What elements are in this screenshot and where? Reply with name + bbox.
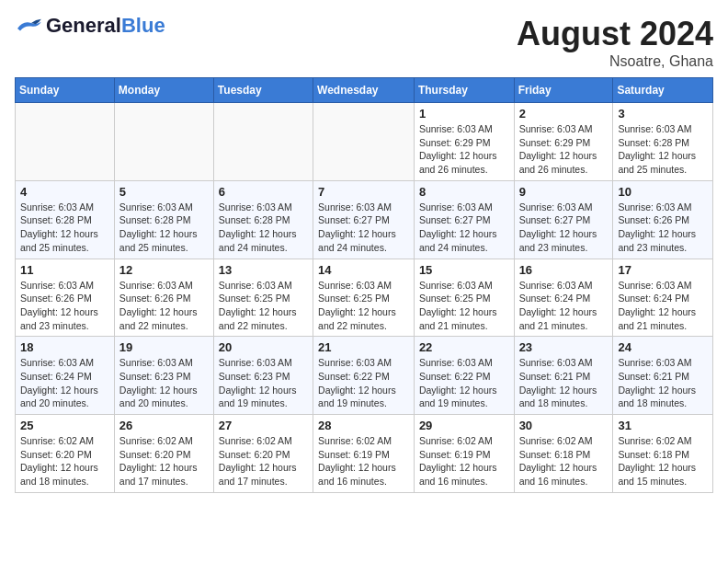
calendar-cell: 26Sunrise: 6:02 AM Sunset: 6:20 PM Dayli… — [114, 415, 213, 493]
calendar-cell: 2Sunrise: 6:03 AM Sunset: 6:29 PM Daylig… — [514, 103, 613, 181]
calendar-cell: 30Sunrise: 6:02 AM Sunset: 6:18 PM Dayli… — [514, 415, 613, 493]
day-info: Sunrise: 6:02 AM Sunset: 6:19 PM Dayligh… — [419, 434, 509, 488]
day-number: 8 — [419, 185, 509, 199]
day-number: 19 — [119, 340, 209, 354]
day-info: Sunrise: 6:03 AM Sunset: 6:29 PM Dayligh… — [519, 122, 609, 177]
day-number: 10 — [618, 185, 708, 199]
logo-text: GeneralBlue — [46, 15, 165, 37]
calendar-week-5: 25Sunrise: 6:02 AM Sunset: 6:20 PM Dayli… — [16, 415, 713, 493]
day-info: Sunrise: 6:03 AM Sunset: 6:22 PM Dayligh… — [318, 356, 409, 410]
calendar-cell: 14Sunrise: 6:03 AM Sunset: 6:25 PM Dayli… — [313, 259, 415, 337]
calendar-cell: 5Sunrise: 6:03 AM Sunset: 6:28 PM Daylig… — [114, 180, 213, 259]
calendar-cell: 10Sunrise: 6:03 AM Sunset: 6:26 PM Dayli… — [613, 180, 713, 259]
col-saturday: Saturday — [613, 78, 713, 103]
calendar-cell: 15Sunrise: 6:03 AM Sunset: 6:25 PM Dayli… — [414, 259, 514, 337]
day-number: 21 — [318, 340, 409, 354]
calendar-cell — [16, 103, 115, 181]
logo-icon — [15, 17, 42, 34]
calendar-cell: 1Sunrise: 6:03 AM Sunset: 6:29 PM Daylig… — [414, 103, 514, 181]
calendar-cell: 8Sunrise: 6:03 AM Sunset: 6:27 PM Daylig… — [414, 180, 514, 259]
day-number: 3 — [618, 107, 708, 121]
day-number: 27 — [219, 419, 308, 432]
day-number: 16 — [519, 263, 609, 277]
calendar-cell — [313, 103, 415, 181]
calendar-cell: 9Sunrise: 6:03 AM Sunset: 6:27 PM Daylig… — [514, 180, 613, 259]
day-info: Sunrise: 6:03 AM Sunset: 6:25 PM Dayligh… — [219, 279, 308, 333]
calendar-cell: 21Sunrise: 6:03 AM Sunset: 6:22 PM Dayli… — [313, 337, 415, 415]
page-header: GeneralBlue August 2024 Nsoatre, Ghana — [15, 15, 713, 70]
calendar-week-1: 1Sunrise: 6:03 AM Sunset: 6:29 PM Daylig… — [16, 103, 713, 181]
col-thursday: Thursday — [414, 78, 514, 103]
calendar-cell: 28Sunrise: 6:02 AM Sunset: 6:19 PM Dayli… — [313, 415, 415, 493]
calendar-week-2: 4Sunrise: 6:03 AM Sunset: 6:28 PM Daylig… — [16, 180, 713, 259]
day-info: Sunrise: 6:02 AM Sunset: 6:19 PM Dayligh… — [318, 434, 409, 488]
day-number: 11 — [20, 263, 109, 277]
calendar-cell: 16Sunrise: 6:03 AM Sunset: 6:24 PM Dayli… — [514, 259, 613, 337]
day-number: 17 — [618, 263, 708, 277]
calendar-cell: 24Sunrise: 6:03 AM Sunset: 6:21 PM Dayli… — [613, 337, 713, 415]
day-info: Sunrise: 6:03 AM Sunset: 6:29 PM Dayligh… — [419, 122, 509, 177]
calendar-cell: 25Sunrise: 6:02 AM Sunset: 6:20 PM Dayli… — [16, 415, 115, 493]
day-number: 4 — [20, 185, 109, 199]
col-monday: Monday — [114, 78, 213, 103]
day-info: Sunrise: 6:02 AM Sunset: 6:18 PM Dayligh… — [618, 434, 708, 488]
calendar-table: Sunday Monday Tuesday Wednesday Thursday… — [15, 77, 713, 493]
day-info: Sunrise: 6:03 AM Sunset: 6:22 PM Dayligh… — [419, 356, 509, 410]
col-tuesday: Tuesday — [213, 78, 313, 103]
calendar-cell: 19Sunrise: 6:03 AM Sunset: 6:23 PM Dayli… — [114, 337, 213, 415]
day-info: Sunrise: 6:03 AM Sunset: 6:26 PM Dayligh… — [20, 279, 109, 333]
day-number: 30 — [519, 419, 609, 432]
calendar-cell: 22Sunrise: 6:03 AM Sunset: 6:22 PM Dayli… — [414, 337, 514, 415]
day-info: Sunrise: 6:03 AM Sunset: 6:28 PM Dayligh… — [119, 201, 209, 255]
day-info: Sunrise: 6:03 AM Sunset: 6:27 PM Dayligh… — [419, 201, 509, 255]
calendar-cell: 12Sunrise: 6:03 AM Sunset: 6:26 PM Dayli… — [114, 259, 213, 337]
day-number: 26 — [119, 419, 209, 432]
day-info: Sunrise: 6:03 AM Sunset: 6:21 PM Dayligh… — [618, 356, 708, 410]
calendar-cell: 27Sunrise: 6:02 AM Sunset: 6:20 PM Dayli… — [213, 415, 313, 493]
calendar-cell: 29Sunrise: 6:02 AM Sunset: 6:19 PM Dayli… — [414, 415, 514, 493]
calendar-cell: 23Sunrise: 6:03 AM Sunset: 6:21 PM Dayli… — [514, 337, 613, 415]
col-friday: Friday — [514, 78, 613, 103]
day-number: 25 — [20, 419, 109, 432]
month-year-title: August 2024 — [517, 15, 713, 53]
logo: GeneralBlue — [15, 15, 165, 37]
day-number: 1 — [419, 107, 509, 121]
day-info: Sunrise: 6:03 AM Sunset: 6:28 PM Dayligh… — [219, 201, 308, 255]
calendar-cell: 17Sunrise: 6:03 AM Sunset: 6:24 PM Dayli… — [613, 259, 713, 337]
day-info: Sunrise: 6:03 AM Sunset: 6:24 PM Dayligh… — [618, 279, 708, 333]
calendar-header-row: Sunday Monday Tuesday Wednesday Thursday… — [16, 78, 713, 103]
col-wednesday: Wednesday — [313, 78, 415, 103]
day-number: 6 — [219, 185, 308, 199]
day-info: Sunrise: 6:03 AM Sunset: 6:23 PM Dayligh… — [219, 356, 308, 410]
day-info: Sunrise: 6:02 AM Sunset: 6:18 PM Dayligh… — [519, 434, 609, 488]
calendar-cell: 11Sunrise: 6:03 AM Sunset: 6:26 PM Dayli… — [16, 259, 115, 337]
day-info: Sunrise: 6:03 AM Sunset: 6:26 PM Dayligh… — [119, 279, 209, 333]
title-area: August 2024 Nsoatre, Ghana — [517, 15, 713, 70]
day-number: 31 — [618, 419, 708, 432]
calendar-cell: 7Sunrise: 6:03 AM Sunset: 6:27 PM Daylig… — [313, 180, 415, 259]
logo-blue: Blue — [121, 14, 165, 37]
calendar-cell — [213, 103, 313, 181]
day-number: 20 — [219, 340, 308, 354]
day-info: Sunrise: 6:03 AM Sunset: 6:25 PM Dayligh… — [419, 279, 509, 333]
day-info: Sunrise: 6:02 AM Sunset: 6:20 PM Dayligh… — [20, 434, 109, 488]
day-info: Sunrise: 6:02 AM Sunset: 6:20 PM Dayligh… — [119, 434, 209, 488]
day-info: Sunrise: 6:03 AM Sunset: 6:25 PM Dayligh… — [318, 279, 409, 333]
day-number: 22 — [419, 340, 509, 354]
day-info: Sunrise: 6:03 AM Sunset: 6:21 PM Dayligh… — [519, 356, 609, 410]
calendar-cell: 4Sunrise: 6:03 AM Sunset: 6:28 PM Daylig… — [16, 180, 115, 259]
day-info: Sunrise: 6:03 AM Sunset: 6:23 PM Dayligh… — [119, 356, 209, 410]
calendar-cell — [114, 103, 213, 181]
day-info: Sunrise: 6:03 AM Sunset: 6:27 PM Dayligh… — [519, 201, 609, 255]
calendar-week-3: 11Sunrise: 6:03 AM Sunset: 6:26 PM Dayli… — [16, 259, 713, 337]
day-info: Sunrise: 6:03 AM Sunset: 6:28 PM Dayligh… — [20, 201, 109, 255]
logo-general: General — [46, 14, 121, 37]
day-info: Sunrise: 6:03 AM Sunset: 6:24 PM Dayligh… — [20, 356, 109, 410]
day-info: Sunrise: 6:03 AM Sunset: 6:26 PM Dayligh… — [618, 201, 708, 255]
day-info: Sunrise: 6:02 AM Sunset: 6:20 PM Dayligh… — [219, 434, 308, 488]
col-sunday: Sunday — [16, 78, 115, 103]
day-number: 2 — [519, 107, 609, 121]
day-number: 12 — [119, 263, 209, 277]
day-number: 5 — [119, 185, 209, 199]
calendar-week-4: 18Sunrise: 6:03 AM Sunset: 6:24 PM Dayli… — [16, 337, 713, 415]
